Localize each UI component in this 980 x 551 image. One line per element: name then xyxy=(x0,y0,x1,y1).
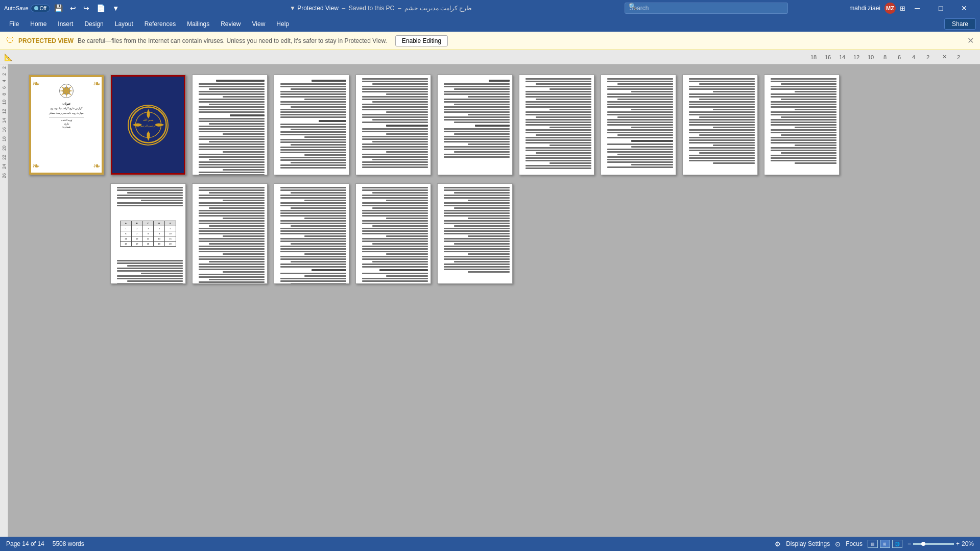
left-ruler-num4: 6 xyxy=(2,86,7,89)
page-thumb-9[interactable] xyxy=(682,75,758,175)
cover2-emblem: بسم الله الرحمن الرحیم xyxy=(128,105,169,146)
minimize-button[interactable]: ─ xyxy=(905,0,929,16)
ruler-14: 14 xyxy=(835,54,849,60)
title-bar: AutoSave Off 💾 ↩ ↪ 📄 ▼ طرح کرامت مدیریت … xyxy=(0,0,980,16)
page-thumb-11[interactable]: ABCDE 12345 678910 1112131415 1617181920 xyxy=(110,183,186,284)
menu-file[interactable]: File xyxy=(4,18,24,30)
text-content-3 xyxy=(193,75,267,175)
display-settings-label[interactable]: Display Settings xyxy=(786,540,830,547)
cover-inner: ❧ ❧ ❧ ❧ عنوان : گزارش طرح گراحت با موضوع xyxy=(29,75,104,175)
view-web-icon[interactable]: 🌐 xyxy=(892,540,902,548)
left-ruler-num10: 18 xyxy=(2,136,7,141)
redo-icon[interactable]: ↪ xyxy=(81,3,91,13)
text-content-5 xyxy=(356,75,431,172)
pages-row-2: ABCDE 12345 678910 1112131415 1617181920 xyxy=(110,183,960,284)
left-ruler-num14: 26 xyxy=(2,173,7,178)
ruler-zoom: ✕ xyxy=(937,54,951,60)
page-thumb-12[interactable] xyxy=(192,183,268,284)
ruler-6: 6 xyxy=(892,54,906,60)
cover2-inner: بسم الله الرحمن الرحیم xyxy=(111,75,185,175)
page-thumb-1[interactable]: ❧ ❧ ❧ ❧ عنوان : گزارش طرح گراحت با موضوع xyxy=(29,75,104,175)
autosave-toggle[interactable]: Off xyxy=(31,5,50,12)
text-content-14 xyxy=(356,184,431,284)
customize-icon[interactable]: ▼ xyxy=(110,3,122,13)
page-thumb-6[interactable] xyxy=(437,75,513,175)
page-thumb-7[interactable] xyxy=(519,75,594,175)
new-doc-icon[interactable]: 📄 xyxy=(94,3,107,13)
view-icons-group: ▤ ⊞ 🌐 xyxy=(868,540,902,548)
ruler-bar: 📐 18 16 14 12 10 8 6 4 2 ✕ 2 xyxy=(0,50,980,64)
menu-home[interactable]: Home xyxy=(25,18,52,30)
page-grid[interactable]: ❧ ❧ ❧ ❧ عنوان : گزارش طرح گراحت با موضوع xyxy=(8,64,980,537)
autosave-group: AutoSave Off xyxy=(4,5,50,12)
emblem xyxy=(59,83,74,99)
left-ruler-num3: 4 xyxy=(2,80,7,82)
doc-rtl-title: طرح کرامت مدیریت خشم xyxy=(404,5,472,12)
protected-bar-close[interactable]: ✕ xyxy=(967,36,974,45)
left-ruler: 2 2 4 6 8 10 12 14 16 18 20 22 24 26 xyxy=(0,64,8,537)
menu-bar: File Home Insert Design Layout Reference… xyxy=(0,16,980,32)
left-ruler-num6: 10 xyxy=(2,100,7,105)
menu-help[interactable]: Help xyxy=(271,18,294,30)
undo-icon[interactable]: ↩ xyxy=(68,3,78,13)
zoom-slider[interactable] xyxy=(913,543,954,545)
page-thumb-5[interactable] xyxy=(355,75,431,175)
document-title-area: طرح کرامت مدیریت خشم – Protected View – … xyxy=(192,5,568,12)
maximize-button[interactable]: □ xyxy=(929,0,952,16)
cover-text: عنوان : گزارش طرح گراحت با موضوع مهارت ر… xyxy=(49,102,84,129)
search-input[interactable] xyxy=(625,3,788,14)
autosave-state: Off xyxy=(40,6,46,11)
page-thumb-13[interactable] xyxy=(274,183,349,284)
protected-message: Be careful—files from the Internet can c… xyxy=(78,37,387,44)
text-content-12 xyxy=(193,184,267,284)
menu-view[interactable]: View xyxy=(247,18,271,30)
left-ruler-num8: 14 xyxy=(2,118,7,123)
view-grid-icon[interactable]: ⊞ xyxy=(880,540,890,548)
zoom-in-icon[interactable]: + xyxy=(956,540,960,547)
corner-tl: ❧ xyxy=(32,78,40,89)
enable-editing-button[interactable]: Enable Editing xyxy=(395,35,448,46)
left-ruler-num13: 24 xyxy=(2,164,7,169)
save-icon[interactable]: 💾 xyxy=(52,3,65,13)
view-print-icon[interactable]: ▤ xyxy=(868,540,878,548)
save-dropdown-icon[interactable]: ▼ xyxy=(290,5,296,12)
menu-layout[interactable]: Layout xyxy=(110,18,138,30)
share-button[interactable]: Share xyxy=(944,18,976,30)
page-thumb-2[interactable]: بسم الله الرحمن الرحیم xyxy=(110,75,186,175)
zoom-out-icon[interactable]: − xyxy=(907,540,911,547)
ruler-numbers: 18 16 14 12 10 8 6 4 2 ✕ 2 xyxy=(806,54,966,60)
page-info: Page 14 of 14 xyxy=(6,540,44,547)
ruler-icon[interactable]: 📐 xyxy=(4,53,13,61)
display-settings-icon[interactable]: ⚙ xyxy=(775,540,781,548)
autosave-label: AutoSave xyxy=(4,5,29,11)
layout-icon[interactable]: ⊞ xyxy=(900,5,905,12)
zoom-bar: − + 20% xyxy=(907,540,974,547)
page-thumb-10[interactable] xyxy=(764,75,840,175)
menu-references[interactable]: References xyxy=(139,18,181,30)
corner-tr: ❧ xyxy=(93,78,101,89)
toggle-dot xyxy=(34,6,38,10)
page-thumb-3[interactable] xyxy=(192,75,268,175)
page-thumb-14[interactable] xyxy=(355,183,431,284)
ruler-2: 2 xyxy=(921,54,935,60)
text-content-15 xyxy=(438,184,512,277)
svg-text:بسم الله: بسم الله xyxy=(142,118,154,122)
corner-bl: ❧ xyxy=(32,160,40,172)
corner-br: ❧ xyxy=(93,160,101,172)
page-thumb-15[interactable] xyxy=(437,183,513,284)
focus-label[interactable]: Focus xyxy=(846,540,863,547)
left-ruler-num11: 20 xyxy=(2,146,7,151)
menu-mailings[interactable]: Mailings xyxy=(182,18,214,30)
menu-insert[interactable]: Insert xyxy=(53,18,78,30)
page-thumb-4[interactable] xyxy=(274,75,349,175)
user-avatar: MZ xyxy=(885,3,896,14)
page-thumb-8[interactable] xyxy=(601,75,676,175)
svg-text:الرحمن الرحیم: الرحمن الرحیم xyxy=(140,124,156,128)
menu-design[interactable]: Design xyxy=(79,18,108,30)
protected-title: PROTECTED VIEW xyxy=(18,37,74,44)
close-button[interactable]: ✕ xyxy=(952,0,976,16)
word-count: 5508 words xyxy=(53,540,84,547)
left-ruler-num12: 22 xyxy=(2,155,7,160)
menu-review[interactable]: Review xyxy=(216,18,246,30)
focus-icon[interactable]: ⊙ xyxy=(835,540,841,548)
